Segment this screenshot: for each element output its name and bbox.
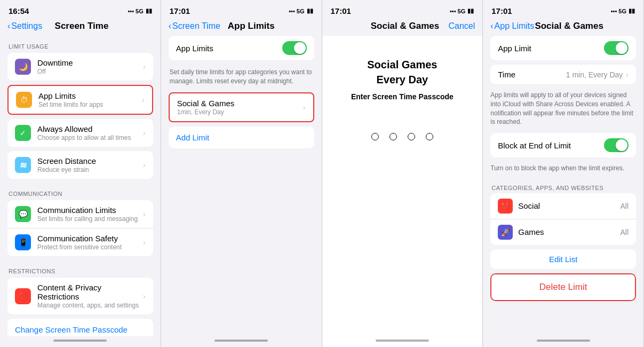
app-limits-toggle-content: App Limits: [176, 44, 282, 53]
delete-limit-button[interactable]: Delete Limit: [491, 274, 635, 300]
time-desc-container: App limits will apply to all of your dev…: [483, 89, 643, 133]
cancel-button[interactable]: Cancel: [448, 21, 475, 31]
app-limit-toggle[interactable]: [604, 41, 629, 55]
time-row[interactable]: Time 1 min, Every Day ›: [490, 65, 636, 84]
games-name: Games: [518, 227, 620, 236]
time-chevron: ›: [626, 70, 629, 79]
restrictions-group: 🚫 Content & Privacy Restrictions Manage …: [7, 278, 153, 314]
comm-limits-icon: 💬: [15, 206, 31, 222]
block-limit-toggle[interactable]: [604, 138, 629, 152]
app-limits-row[interactable]: ⏱ App Limits Set time limits for apps ›: [9, 86, 152, 114]
social-category-row[interactable]: ❤️ Social All: [490, 193, 636, 219]
games-icon: 🚀: [498, 225, 513, 240]
time-1: 16:54: [9, 6, 29, 15]
time-2: 17:01: [170, 6, 190, 15]
toggle-knob-block: [616, 139, 627, 151]
add-limit-text: Add Limit: [176, 133, 210, 142]
comm-safety-subtitle: Protect from sensitive content: [37, 243, 143, 251]
change-passcode-container: Change Screen Time Passcode: [7, 319, 153, 336]
app-limits-toggle-title: App Limits: [176, 44, 282, 53]
content-privacy-title: Content & Privacy Restrictions: [37, 283, 143, 301]
social-games-subtitle: 1min, Every Day: [177, 108, 303, 116]
header-line1: Social Games: [367, 57, 437, 72]
screen-distance-content: Screen Distance Reduce eye strain: [37, 156, 143, 174]
add-limit-row[interactable]: Add Limit: [169, 127, 314, 148]
home-indicator-3: [322, 336, 483, 347]
edit-list-button[interactable]: Edit List: [490, 249, 636, 269]
signal-icon-1: ••• 5G: [128, 8, 143, 14]
nav-title-1: Screen Time: [55, 21, 109, 31]
communication-label: COMMUNICATION: [0, 183, 161, 200]
block-limit-label: Block at End of Limit: [498, 141, 604, 150]
block-limit-row: Block at End of Limit: [490, 133, 636, 157]
change-passcode-row[interactable]: Change Screen Time Passcode: [7, 319, 153, 336]
dot-2: [389, 133, 397, 140]
always-allowed-group: ✓ Always Allowed Choose apps to allow at…: [7, 119, 153, 147]
home-indicator-1: [0, 336, 161, 347]
block-desc-container: Turn on to block the app when the limit …: [483, 162, 643, 179]
back-to-screen-time[interactable]: ‹ Screen Time: [169, 21, 220, 31]
battery-icon-2: ▮▮: [307, 7, 313, 14]
time-4: 17:01: [491, 6, 512, 15]
back-to-settings[interactable]: ‹ Settings: [7, 21, 42, 31]
status-icons-3: ••• 5G ▮▮: [450, 7, 474, 14]
home-bar-2: [214, 340, 268, 342]
screen-distance-subtitle: Reduce eye strain: [37, 166, 143, 174]
games-category-row[interactable]: 🚀 Games All: [490, 219, 636, 245]
always-allowed-icon: ✓: [15, 125, 31, 141]
app-limits-content: App Limits Set time limits for apps: [38, 91, 142, 108]
content-privacy-content: Content & Privacy Restrictions Manage co…: [37, 283, 143, 309]
app-limits-title: App Limits: [38, 91, 142, 100]
battery-icon-4: ▮▮: [629, 7, 635, 14]
nav-title-4: Social & Games: [535, 21, 603, 31]
home-bar-1: [53, 340, 107, 342]
downtime-chevron: ›: [143, 62, 146, 71]
limit-usage-label: LIMIT USAGE: [0, 36, 161, 53]
battery-icon-1: ▮▮: [146, 7, 152, 14]
screen-distance-icon: ≋: [15, 157, 31, 173]
communication-group: 💬 Communication Limits Set limits for ca…: [7, 200, 153, 256]
nav-bar-2: ‹ Screen Time App Limits: [161, 18, 322, 36]
status-icons-4: ••• 5G ▮▮: [611, 7, 635, 14]
delete-limit-container: Delete Limit: [490, 273, 636, 301]
time-value: 1 min, Every Day: [566, 70, 623, 79]
content-privacy-row[interactable]: 🚫 Content & Privacy Restrictions Manage …: [7, 278, 153, 314]
signal-icon-3: ••• 5G: [450, 8, 465, 14]
screen-distance-group: ≋ Screen Distance Reduce eye strain ›: [7, 151, 153, 179]
status-bar-2: 17:01 ••• 5G ▮▮: [161, 0, 322, 18]
app-limits-toggle-row: App Limits: [169, 36, 314, 60]
home-bar-3: [376, 340, 429, 342]
comm-safety-chevron: ›: [143, 238, 146, 247]
signal-icon-4: ••• 5G: [611, 8, 626, 14]
panel1-content: LIMIT USAGE 🌙 Downtime Off › ⏱ App Limit…: [0, 36, 161, 336]
app-limits-toggle[interactable]: [282, 41, 307, 55]
passcode-dots: [371, 133, 433, 140]
screen-distance-row[interactable]: ≋ Screen Distance Reduce eye strain ›: [7, 151, 153, 179]
social-games-row[interactable]: Social & Games 1min, Every Day ›: [170, 93, 313, 121]
always-allowed-row[interactable]: ✓ Always Allowed Choose apps to allow at…: [7, 119, 153, 147]
downtime-title: Downtime: [37, 58, 143, 67]
header-line2: Every Day: [367, 72, 437, 87]
back-to-app-limits[interactable]: ‹ App Limits: [490, 21, 534, 31]
cat-section-label: CATEGORIES, APPS, AND WEBSITES: [483, 179, 643, 193]
nav-bar-1: ‹ Settings Screen Time: [0, 18, 161, 36]
downtime-content: Downtime Off: [37, 58, 143, 75]
battery-icon-3: ▮▮: [467, 7, 474, 14]
downtime-row[interactable]: 🌙 Downtime Off ›: [7, 53, 153, 81]
nav-title-2: App Limits: [228, 21, 275, 31]
comm-safety-row[interactable]: 📱 Communication Safety Protect from sens…: [7, 228, 153, 256]
app-limits-highlighted: ⏱ App Limits Set time limits for apps ›: [7, 85, 153, 115]
screen-distance-chevron: ›: [143, 161, 146, 169]
always-allowed-title: Always Allowed: [37, 124, 143, 133]
signal-icon-2: ••• 5G: [289, 8, 304, 14]
always-allowed-subtitle: Choose apps to allow at all times: [37, 134, 143, 141]
dot-3: [408, 133, 415, 140]
time-desc: App limits will apply to all of your dev…: [490, 89, 636, 129]
screen-distance-title: Screen Distance: [37, 156, 143, 165]
passcode-prompt: Enter Screen Time Passcode: [351, 92, 454, 101]
comm-limits-row[interactable]: 💬 Communication Limits Set limits for ca…: [7, 200, 153, 228]
block-limit-section: Block at End of Limit: [490, 133, 636, 157]
app-limit-row: App Limit: [490, 36, 636, 60]
panel-social-games-detail: 17:01 ••• 5G ▮▮ ‹ App Limits Social & Ga…: [483, 0, 644, 347]
always-allowed-chevron: ›: [143, 129, 146, 137]
